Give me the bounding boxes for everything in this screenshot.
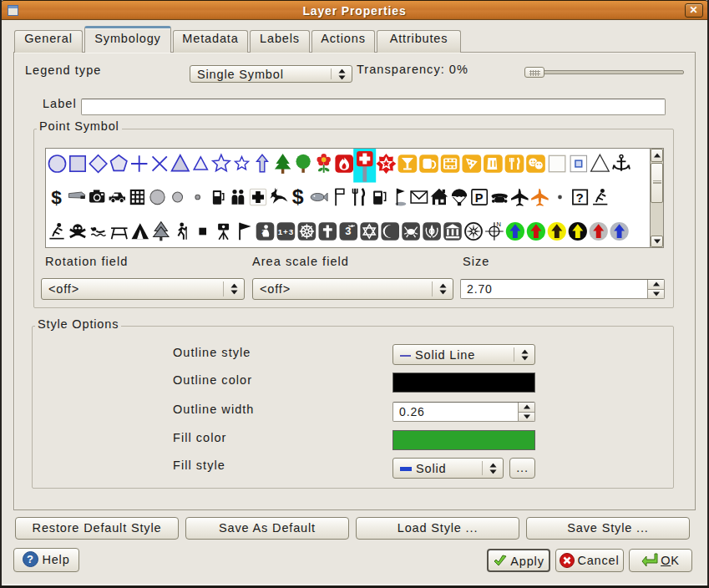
svg-text:1+3: 1+3	[278, 227, 294, 236]
svg-text:$: $	[51, 186, 63, 208]
svg-text:?: ?	[27, 553, 34, 565]
svg-text:?: ?	[576, 190, 585, 205]
svg-text:N: N	[497, 220, 502, 228]
svg-text:$: $	[292, 185, 305, 208]
svg-text:P: P	[475, 191, 484, 205]
svg-text:2: 2	[261, 228, 266, 236]
